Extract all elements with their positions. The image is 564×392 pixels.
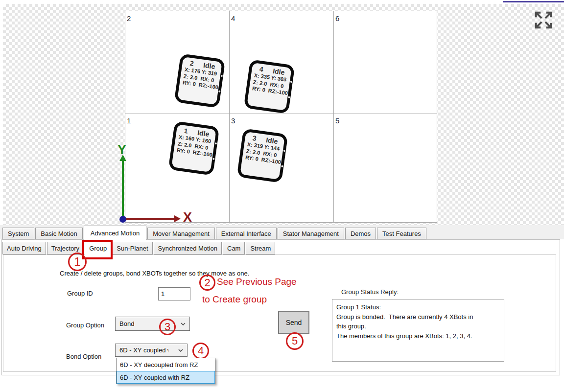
cell-label: 2 [127,14,131,23]
status-line: Group 1 Status: [336,302,500,312]
annotation-step-3: 3 [159,319,176,335]
stator-viewport: 2 4 6 1 3 5 2Idle X: 176 Y: 319 Z: 2.0 R… [0,0,564,226]
dropdown-option-coupled[interactable]: 6D - XY coupled with RZ [117,371,215,384]
x-axis-arrow-icon [126,218,175,220]
bumper-dot [290,81,292,83]
origin-point [119,216,126,223]
page-description: Create / delete groups, bond XBOTs toget… [60,270,249,277]
tab-auto-driving[interactable]: Auto Driving [2,242,46,254]
tab-cam[interactable]: Cam [223,242,245,254]
fullscreen-expand-icon[interactable] [532,9,555,31]
tab-basic-motion[interactable]: Basic Motion [35,228,82,239]
xbot-mover-3[interactable]: 3Idle X: 319 Y: 144 Z: 2.0 RX: 0 RY: 0 R… [236,128,288,183]
status-line: The members of this group are XBots: 1, … [336,331,500,341]
tab-synchronized-motion[interactable]: Synchronized Motion [154,242,222,254]
tab-advanced-motion[interactable]: Advanced Motion [84,226,146,240]
annotation-step-4: 4 [192,343,209,359]
annotation-step-2: 2 [199,275,215,291]
stator-grid [125,11,437,223]
status-line: Group is bonded. There are currently 4 X… [336,312,500,322]
annotation-step-5: 5 [286,332,304,350]
grid-line [125,114,437,114]
xbot-mover-1[interactable]: 1Idle X: 160 Y: 160 Z: 2.0 RX: 0 RY: 0 R… [168,121,219,176]
cell-label: 5 [335,116,339,125]
dropdown-option-decoupled[interactable]: 6D - XY decoupled from RZ [117,358,215,371]
tab-group[interactable]: Group [85,241,111,255]
x-axis-arrow-icon [174,215,181,222]
tab-mover-management[interactable]: Mover Management [147,228,215,239]
group-status-reply-label: Group Status Reply: [341,288,399,296]
bumper-dot [281,165,283,168]
bumper-dot [212,158,215,161]
bond-option-value: 6D - XY coupled w [116,346,168,354]
tab-system[interactable]: System [2,228,34,239]
tab-external-interface[interactable]: External Interface [216,228,277,239]
bond-option-listbox: 6D - XY decoupled from RZ 6D - XY couple… [116,358,215,384]
send-button[interactable]: Send [278,311,309,334]
group-id-input[interactable] [158,287,190,300]
tab-stream[interactable]: Stream [246,242,275,254]
group-option-select[interactable]: Bond [115,317,190,331]
group-option-label: Group Option [66,322,104,329]
chevron-down-icon [181,323,189,325]
xbot-id: 2 [189,59,194,68]
bumper-dot [214,142,217,145]
sub-tab-bar: Auto Driving Trajectory Group Sun-Planet… [2,242,275,255]
tab-demos[interactable]: Demos [345,228,376,239]
grid-line [333,11,334,222]
chevron-down-icon [178,349,187,352]
y-axis-arrow-icon [122,161,124,219]
annotation-step-1: 1 [68,253,87,271]
xbot-id: 3 [252,134,257,142]
bumper-dot [218,91,221,93]
tab-test-features[interactable]: Test Features [377,228,426,239]
cell-label: 6 [335,14,339,23]
xbot-id: 4 [259,65,264,73]
app-window: 2 4 6 1 3 5 2Idle X: 176 Y: 319 Z: 2.0 R… [0,0,564,392]
group-id-label: Group ID [67,290,93,297]
bumper-dot [283,150,285,152]
annotation-note-line2: to Create group [202,294,267,305]
bond-option-label: Bond Option [66,353,101,360]
xbot-mover-2[interactable]: 2Idle X: 176 Y: 319 Z: 2.0 RX: 0 RY: 0 R… [174,53,225,108]
cell-label: 4 [231,14,235,23]
bumper-dot [220,75,223,77]
xbot-mover-4[interactable]: 4Idle X: 335 Y: 303 Z: 2.0 RX: 0 RY: 0 R… [243,59,295,114]
group-option-value: Bond [116,320,134,327]
group-status-reply-box[interactable]: Group 1 Status: Group is bonded. There a… [332,299,504,362]
cell-label: 3 [231,116,235,125]
window-accent-line [503,1,564,2]
annotation-note-line1: See Previous Page [217,277,297,287]
status-line: this group. [336,322,500,331]
tab-stator-management[interactable]: Stator Management [278,228,344,239]
grid-line [229,11,230,222]
xbot-id: 1 [184,127,188,135]
tab-sun-planet[interactable]: Sun-Planet [112,242,152,254]
bumper-dot [288,96,290,99]
bond-option-select[interactable]: 6D - XY coupled w [115,344,188,357]
cell-label: 1 [127,116,131,125]
x-axis-label: X [183,210,192,225]
main-tab-bar: System Basic Motion Advanced Motion Move… [2,228,426,240]
tab-group-label: Group [89,245,107,252]
